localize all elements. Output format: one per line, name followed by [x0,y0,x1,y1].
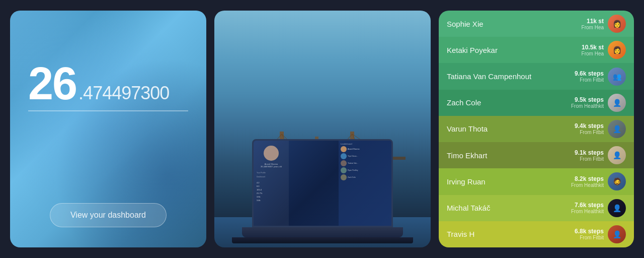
right-panel: Sophie Xie 11k st From Hea 👩 Ketaki Poye… [439,11,634,247]
middle-panel: Anand Sharma36,448/96007 years old Your … [214,11,431,247]
item-avatar: 👤 [608,199,626,217]
item-right: 9.1k steps From Fitbit 👤 [575,146,626,164]
laptop-background: Anand Sharma36,448/96007 years old Your … [214,11,431,247]
item-name: Sophie Xie [447,20,582,28]
leaderboard-item[interactable]: Varun Thota 9.4k steps From Fitbit 👤 [439,116,634,142]
leaderboard-list: Sophie Xie 11k st From Hea 👩 Ketaki Poye… [439,11,634,247]
leaderboard-item[interactable]: Sophie Xie 11k st From Hea 👩 [439,11,634,37]
item-right: 8.2k steps From Healthkit 🧔 [571,172,626,190]
laptop-base [242,227,403,237]
counter-big: 26 [28,61,76,106]
item-steps-info: 8.2k steps From Healthkit [571,175,604,188]
item-right: 9.5k steps From Healthkit 👤 [571,94,626,112]
item-steps-info: 9.6k steps From Fitbit [575,70,604,83]
leaderboard-item[interactable]: Tatiana Van Campenhout 9.6k steps From F… [439,63,634,89]
counter-section: 26 .474497300 [28,61,188,111]
item-source: From Healthkit [571,182,604,188]
avatar-emoji: 🧔 [613,177,621,185]
avatar-emoji: 👥 [613,73,621,81]
item-steps: 9.4k steps [575,122,604,130]
avatar-emoji: 👤 [613,99,621,107]
item-source: From Fitbit [575,156,604,162]
item-steps: 9.6k steps [575,70,604,77]
item-steps: 9.1k steps [575,149,604,156]
item-steps: 9.5k steps [571,96,604,103]
item-source: From Fitbit [575,235,604,240]
laptop-screen-inner: Anand Sharma36,448/96007 years old Your … [254,141,391,226]
item-steps: 7.6k steps [571,202,604,209]
avatar-emoji: 👤 [613,125,621,133]
item-name: Timo Ekhart [447,151,575,160]
item-name: Michal Takáč [447,204,571,212]
item-steps: 10.5k st [582,44,604,51]
item-avatar: 👤 [608,225,626,243]
item-source: From Fitbit [575,77,604,83]
item-steps-info: 9.4k steps From Fitbit [575,122,604,135]
panels-container: 26 .474497300 View your dashboard [0,0,644,258]
dashboard-button[interactable]: View your dashboard [50,203,167,227]
laptop-bottom [232,237,413,243]
item-right: 11k st From Hea 👩 [582,15,626,33]
avatar-emoji: 👩 [613,20,621,28]
item-avatar: 👩 [608,15,626,33]
item-steps-info: 9.1k steps From Fitbit [575,149,604,162]
item-source: From Healthkit [571,209,604,214]
item-steps: 6.8k steps [575,228,604,235]
item-avatar: 👥 [608,68,626,86]
item-avatar: 🧔 [608,172,626,190]
item-name: Zach Cole [447,98,571,107]
item-name: Travis H [447,230,575,238]
item-steps-info: 7.6k steps From Healthkit [571,202,604,214]
item-right: 10.5k st From Hea 👩 [582,41,626,59]
counter-underline [28,110,188,111]
item-avatar: 👤 [608,94,626,112]
item-right: 9.6k steps From Fitbit 👥 [575,68,626,86]
laptop-screen: Anand Sharma36,448/96007 years old Your … [252,139,393,227]
leaderboard-item[interactable]: Michal Takáč 7.6k steps From Healthkit 👤 [439,195,634,221]
item-source: From Hea [582,25,604,30]
item-avatar: 👤 [608,120,626,138]
item-name: Varun Thota [447,124,575,133]
item-steps: 8.2k steps [571,175,604,182]
counter-decimal: .474497300 [78,83,169,104]
item-steps: 11k st [582,18,604,25]
leaderboard-item[interactable]: Timo Ekhart 9.1k steps From Fitbit 👤 [439,142,634,168]
item-steps-info: 9.5k steps From Healthkit [571,96,604,109]
item-steps-info: 10.5k st From Hea [582,44,604,56]
avatar-emoji: 👤 [613,230,621,238]
avatar-emoji: 👤 [613,151,621,159]
item-right: 9.4k steps From Fitbit 👤 [575,120,626,138]
item-name: Ketaki Poyekar [447,46,582,54]
counter-main: 26 .474497300 [28,61,188,106]
leaderboard-item[interactable]: Travis H 6.8k steps From Fitbit 👤 [439,221,634,247]
item-right: 7.6k steps From Healthkit 👤 [571,199,626,217]
screen-sidebar: Anand Sharma36,448/96007 years old Your … [254,141,289,226]
leaderboard-item[interactable]: Zach Cole 9.5k steps From Healthkit 👤 [439,90,634,116]
item-source: From Hea [582,51,604,56]
item-name: Tatiana Van Campenhout [447,72,575,81]
item-source: From Fitbit [575,130,604,135]
avatar-emoji: 👤 [613,204,621,212]
item-steps-info: 11k st From Hea [582,18,604,30]
item-name: Irving Ruan [447,177,571,186]
avatar-emoji: 👩 [613,46,621,54]
item-steps-info: 6.8k steps From Fitbit [575,228,604,240]
dashboard-btn-wrapper: View your dashboard [28,203,188,227]
left-panel: 26 .474497300 View your dashboard [10,11,206,247]
item-right: 6.8k steps From Fitbit 👤 [575,225,626,243]
item-avatar: 👩 [608,41,626,59]
item-avatar: 👤 [608,146,626,164]
leaderboard-item[interactable]: Irving Ruan 8.2k steps From Healthkit 🧔 [439,168,634,195]
leaderboard-item[interactable]: Ketaki Poyekar 10.5k st From Hea 👩 [439,37,634,63]
laptop-overlay: Anand Sharma36,448/96007 years old Your … [237,126,408,247]
item-source: From Healthkit [571,103,604,109]
